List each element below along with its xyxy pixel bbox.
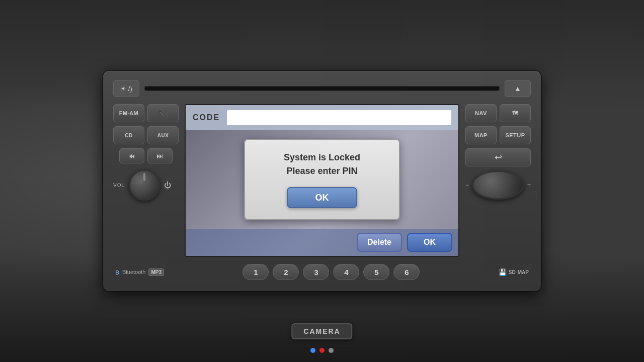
map-label: MAP bbox=[518, 269, 529, 275]
alert-line1: System is Locked bbox=[284, 152, 360, 162]
bluetooth-label: Bluetooth bbox=[122, 269, 145, 275]
code-bar: CODE bbox=[186, 105, 458, 130]
fm-phone-row: FM·AM 📞 bbox=[113, 104, 179, 122]
nav-map-icon-button[interactable]: 🗺 bbox=[500, 104, 531, 122]
aux-button[interactable]: AUX bbox=[147, 126, 179, 144]
prev-button[interactable]: ⏮ bbox=[119, 148, 144, 163]
power-icon[interactable]: ⏻ bbox=[164, 181, 171, 189]
bottom-row: ʙ Bluetooth MP3 1 2 3 4 5 6 💾 SD MAP bbox=[113, 264, 531, 280]
top-row: ☀ /) ▲ bbox=[113, 80, 531, 97]
num-btn-6[interactable]: 6 bbox=[393, 264, 420, 280]
main-row: FM·AM 📞 CD AUX ⏮ ⏭ VOL ⏻ bbox=[113, 104, 531, 257]
bluetooth-icon: ʙ bbox=[115, 268, 119, 276]
alert-text: System is Locked Please enter PIN bbox=[260, 151, 384, 178]
alert-line2: Please enter PIN bbox=[286, 166, 357, 176]
screen: CODE System is Locked Please enter PIN O… bbox=[186, 105, 458, 256]
map-button[interactable]: MAP bbox=[465, 126, 497, 144]
dot-blue bbox=[310, 348, 315, 353]
scene: ☀ /) ▲ FM·AM 📞 CD AUX ⏮ ⏭ bbox=[0, 0, 644, 362]
zoom-in-icon: + bbox=[527, 182, 531, 189]
delete-button[interactable]: Delete bbox=[357, 233, 402, 252]
zoom-row: − + bbox=[465, 170, 531, 200]
phone-button[interactable]: 📞 bbox=[147, 104, 179, 122]
brightness-button[interactable]: ☀ /) bbox=[113, 80, 139, 97]
num-btn-3[interactable]: 3 bbox=[303, 264, 329, 280]
right-controls: NAV 🗺 MAP SETUP ↩ − + bbox=[465, 104, 531, 257]
num-btn-2[interactable]: 2 bbox=[273, 264, 299, 280]
sd-badge: 💾 SD MAP bbox=[499, 268, 529, 276]
code-label: CODE bbox=[193, 113, 220, 122]
screen-wrapper: CODE System is Locked Please enter PIN O… bbox=[185, 104, 459, 257]
camera-button[interactable]: CAMERA bbox=[291, 323, 352, 339]
vol-label: VOL bbox=[113, 183, 125, 188]
alert-ok-button[interactable]: OK bbox=[287, 187, 357, 208]
num-btn-5[interactable]: 5 bbox=[363, 264, 389, 280]
num-btn-1[interactable]: 1 bbox=[243, 264, 269, 280]
next-button[interactable]: ⏭ bbox=[147, 148, 173, 163]
setup-button[interactable]: SETUP bbox=[500, 126, 531, 144]
cd-aux-row: CD AUX bbox=[113, 126, 179, 144]
num-btn-4[interactable]: 4 bbox=[333, 264, 359, 280]
camera-section: CAMERA bbox=[291, 323, 352, 339]
alert-dialog: System is Locked Please enter PIN OK bbox=[244, 139, 400, 220]
left-controls: FM·AM 📞 CD AUX ⏮ ⏭ VOL ⏻ bbox=[113, 104, 179, 257]
zoom-out-icon: − bbox=[465, 182, 469, 189]
bottom-dots bbox=[310, 348, 334, 353]
dot-gray bbox=[329, 348, 334, 353]
numpad: 1 2 3 4 5 6 bbox=[243, 264, 420, 280]
head-unit: ☀ /) ▲ FM·AM 📞 CD AUX ⏮ ⏭ bbox=[103, 71, 541, 291]
ok-button[interactable]: OK bbox=[407, 233, 452, 252]
track-row: ⏮ ⏭ bbox=[113, 148, 179, 163]
code-input[interactable] bbox=[227, 110, 451, 125]
nav-icon-row: NAV 🗺 bbox=[465, 104, 531, 122]
mp3-badge: MP3 bbox=[148, 268, 164, 276]
map-setup-row: MAP SETUP bbox=[465, 126, 531, 144]
dot-red bbox=[319, 348, 325, 353]
zoom-knob[interactable] bbox=[472, 170, 524, 200]
nav-button[interactable]: NAV bbox=[465, 104, 497, 122]
sd-icon: 💾 bbox=[499, 268, 507, 276]
cd-button[interactable]: CD bbox=[113, 126, 144, 144]
sd-label: SD bbox=[509, 269, 516, 275]
cd-slot bbox=[144, 86, 500, 91]
badges: ʙ Bluetooth MP3 bbox=[115, 268, 164, 276]
screen-content: System is Locked Please enter PIN OK bbox=[186, 130, 458, 229]
volume-knob[interactable] bbox=[129, 169, 160, 201]
screen-bottom: Delete OK bbox=[186, 229, 458, 256]
fm-am-button[interactable]: FM·AM bbox=[113, 104, 144, 122]
volume-row: VOL ⏻ bbox=[113, 167, 179, 203]
back-button[interactable]: ↩ bbox=[465, 148, 531, 166]
eject-button[interactable]: ▲ bbox=[505, 80, 531, 97]
